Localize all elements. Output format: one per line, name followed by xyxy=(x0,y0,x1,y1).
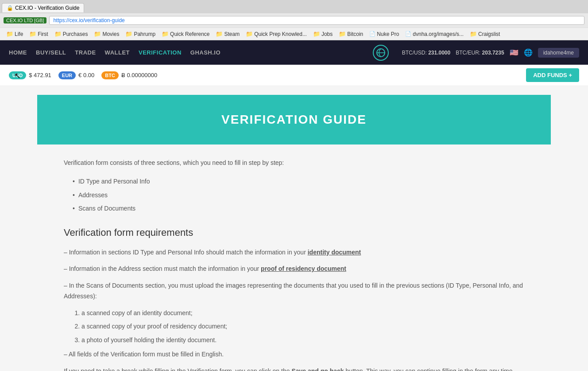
bookmark-item[interactable]: 📁Craigslist xyxy=(467,30,503,38)
site-security-badge: CEX.IO LTD [GB] xyxy=(4,17,46,23)
list-item: a scanned copy of an identity document; xyxy=(81,308,524,318)
req1: – Information in sections ID Type and Pe… xyxy=(64,247,524,258)
list-item: a scanned copy of your proof of residenc… xyxy=(81,321,524,331)
flag-icon: 🇺🇸 xyxy=(510,48,518,57)
nav-wallet[interactable]: WALLET xyxy=(105,49,130,56)
folder-icon: 📁 xyxy=(470,31,477,37)
address-url[interactable]: https://cex.io/verification-guide xyxy=(49,16,584,25)
nav-buysell[interactable]: BUY/SELL xyxy=(36,49,66,56)
eur-amount: € 0.00 xyxy=(78,72,94,78)
bookmark-item[interactable]: 📁Steam xyxy=(213,30,242,38)
nav-trade[interactable]: TRADE xyxy=(75,49,96,56)
usd-balance: USD $ 472.91 xyxy=(9,71,51,79)
nav-home[interactable]: HOME xyxy=(9,49,27,56)
folder-icon: 📁 xyxy=(6,31,13,37)
bookmark-label: Quick Reference xyxy=(170,31,209,37)
bookmark-item[interactable]: 📁Quick Prep Knowled... xyxy=(243,30,309,38)
numbered-list: a scanned copy of an identity document; … xyxy=(81,308,524,345)
bookmark-label: Pahrump xyxy=(134,31,155,37)
save-para: If you need to take a break while fillin… xyxy=(64,366,524,371)
btc-amount: Ƀ 0.00000000 xyxy=(121,72,157,78)
hero-title: VERIFICATION GUIDE xyxy=(55,113,533,127)
requirements-title: Verification form requirements xyxy=(64,227,524,238)
add-funds-button[interactable]: ADD FUNDS + xyxy=(526,68,579,82)
folder-icon: 📁 xyxy=(94,31,101,37)
nav-ghash[interactable]: GHASH.IO xyxy=(190,49,220,56)
logo-icon xyxy=(373,45,389,61)
bookmark-item[interactable]: 📁Jobs xyxy=(310,30,335,38)
folder-icon: 📁 xyxy=(162,31,169,37)
nav-verification[interactable]: VERIFICATION xyxy=(139,49,182,56)
address-bar: CEX.IO LTD [GB] https://cex.io/verificat… xyxy=(0,13,588,27)
req3: – In the Scans of Documents section, you… xyxy=(64,281,524,302)
btc-usd-value: 231.0000 xyxy=(428,50,450,56)
bookmark-item[interactable]: 📁Life xyxy=(4,30,26,38)
intro-text: Verification form consists of three sect… xyxy=(64,158,524,168)
site-logo xyxy=(373,45,389,61)
btc-usd-label: BTC/USD: 231.0000 xyxy=(402,50,450,56)
btc-badge: BTC xyxy=(101,71,119,79)
site-header: HOME BUY/SELL TRADE WALLET VERIFICATION … xyxy=(0,40,588,65)
folder-icon: 📁 xyxy=(216,31,223,37)
browser-tabs: 🔒 CEX.IO - Verification Guide xyxy=(0,0,588,13)
list-item: a photo of yourself holding the identity… xyxy=(81,335,524,345)
folder-icon: 📁 xyxy=(125,31,132,37)
bookmark-item[interactable]: 📁Pahrump xyxy=(123,30,158,38)
bookmark-item[interactable]: 📁First xyxy=(27,30,50,38)
bookmark-label: Life xyxy=(15,31,23,37)
usd-amount: $ 472.91 xyxy=(29,72,51,78)
bookmark-item[interactable]: 📁Quick Reference xyxy=(159,30,212,38)
sections-list: ID Type and Personal Info Addresses Scan… xyxy=(73,176,524,213)
tab-label: CEX.IO - Verification Guide xyxy=(15,5,79,11)
bookmark-item[interactable]: 📄dvnha.org/images/s... xyxy=(402,30,466,38)
bookmark-label: dvnha.org/images/s... xyxy=(413,31,464,37)
list-item: Scans of Documents xyxy=(73,203,524,213)
bookmark-label: Purchases xyxy=(63,31,88,37)
list-item: Addresses xyxy=(73,190,524,200)
bookmark-label: Nuke Pro xyxy=(377,31,399,37)
globe-icon: 🌐 xyxy=(524,48,533,57)
btc-eur-label: BTC/EUR: 203.7235 xyxy=(456,50,504,56)
bookmark-item[interactable]: 📄Nuke Pro xyxy=(367,30,402,38)
bookmark-label: Craigslist xyxy=(478,31,500,37)
tab-favicon: 🔒 xyxy=(7,5,13,11)
usd-badge: USD xyxy=(9,71,26,79)
btc-eur-value: 203.7235 xyxy=(482,50,504,56)
bookmark-label: First xyxy=(38,31,48,37)
header-right: BTC/USD: 231.0000 BTC/EUR: 203.7235 🇺🇸 🌐… xyxy=(402,48,579,58)
req4: – All fields of the Verification form mu… xyxy=(64,349,524,360)
page-icon: 📄 xyxy=(405,31,411,37)
hero-banner: VERIFICATION GUIDE xyxy=(37,95,551,144)
list-item: ID Type and Personal Info xyxy=(73,176,524,186)
browser-tab[interactable]: 🔒 CEX.IO - Verification Guide xyxy=(2,3,84,12)
eur-balance: EUR € 0.00 xyxy=(58,71,94,79)
bookmark-label: Movies xyxy=(102,31,119,37)
bookmark-item[interactable]: 📁Movies xyxy=(91,30,122,38)
user-menu[interactable]: idahome4me xyxy=(538,48,579,58)
browser-chrome: 🔒 CEX.IO - Verification Guide CEX.IO LTD… xyxy=(0,0,588,40)
btc-balance: BTC Ƀ 0.00000000 xyxy=(101,71,157,79)
bookmark-item[interactable]: 📁Bitcoin xyxy=(336,30,366,38)
main-content: VERIFICATION GUIDE Verification form con… xyxy=(28,86,560,371)
page-icon: 📄 xyxy=(369,31,375,37)
bookmarks-bar: 📁Life📁First📁Purchases📁Movies📁Pahrump📁Qui… xyxy=(0,27,588,40)
folder-icon: 📁 xyxy=(313,31,320,37)
main-nav: HOME BUY/SELL TRADE WALLET VERIFICATION … xyxy=(9,49,360,56)
eur-badge: EUR xyxy=(58,71,76,79)
folder-icon: 📁 xyxy=(339,31,346,37)
balance-bar: USD $ 472.91 EUR € 0.00 BTC Ƀ 0.00000000… xyxy=(0,65,588,86)
bookmark-label: Quick Prep Knowled... xyxy=(254,31,307,37)
content-area: Verification form consists of three sect… xyxy=(37,158,551,371)
folder-icon: 📁 xyxy=(29,31,36,37)
folder-icon: 📁 xyxy=(246,31,253,37)
req2: – Information in the Address section mus… xyxy=(64,264,524,274)
folder-icon: 📁 xyxy=(54,31,62,37)
bookmark-label: Bitcoin xyxy=(347,31,363,37)
bookmark-label: Jobs xyxy=(321,31,333,37)
bookmark-item[interactable]: 📁Purchases xyxy=(52,30,91,38)
bookmark-label: Steam xyxy=(224,31,240,37)
